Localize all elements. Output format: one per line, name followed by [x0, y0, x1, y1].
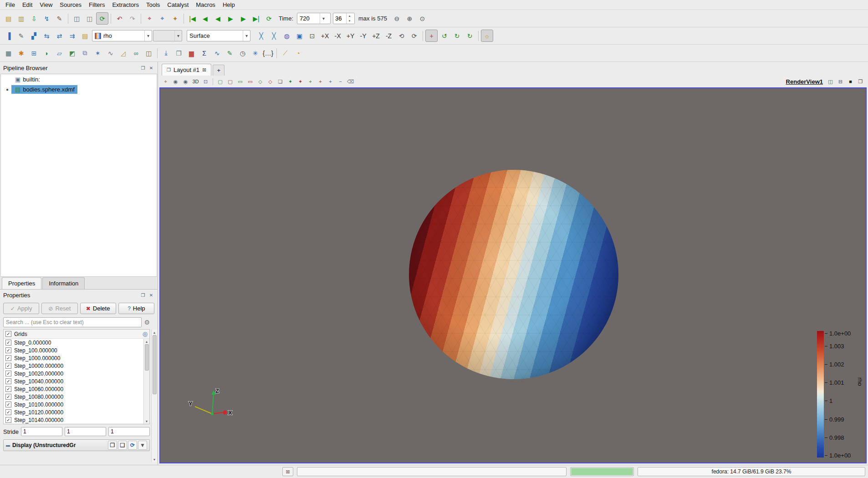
- stride-input[interactable]: [108, 427, 150, 436]
- grid-step-row[interactable]: ✓ Step_10120.000000: [4, 408, 143, 416]
- slice-filter-icon[interactable]: ▱: [53, 47, 66, 59]
- zoom-out-data-icon[interactable]: ⊖: [391, 12, 403, 25]
- grid-step-row[interactable]: ✓ Step_10140.000000: [4, 416, 143, 424]
- render-viewport[interactable]: Z Y X 1.0e+00 1.003: [159, 87, 867, 463]
- visibility-toggle-icon[interactable]: ●: [3, 87, 11, 92]
- stride-input[interactable]: [21, 427, 62, 436]
- hover-points-icon[interactable]: +: [316, 77, 325, 86]
- reverse-play-button[interactable]: ◀: [199, 12, 211, 25]
- step-checkbox[interactable]: ✓: [5, 371, 11, 376]
- grow-selection-icon[interactable]: +: [326, 77, 335, 86]
- grid-step-row[interactable]: ✓ Step_10080.000000: [4, 393, 143, 401]
- step-checkbox[interactable]: ✓: [5, 409, 11, 415]
- abort-progress-button[interactable]: ⊠: [282, 467, 293, 476]
- set-view-plus-y-icon[interactable]: +Y: [344, 30, 357, 42]
- step-checkbox[interactable]: ✓: [5, 340, 11, 346]
- copy-display-icon[interactable]: ❐: [108, 441, 117, 450]
- chevron-down-icon[interactable]: ▾: [174, 31, 182, 41]
- export-data-icon[interactable]: ⇩: [28, 12, 40, 25]
- rescale-to-visible-range-icon[interactable]: ⇉: [66, 30, 78, 42]
- rotate-90-ccw-icon[interactable]: ⟲: [395, 30, 408, 42]
- reload-display-icon[interactable]: ⟳: [128, 441, 137, 450]
- toggle-2d3d-icon[interactable]: 3D: [191, 77, 200, 86]
- save-display-defaults-icon[interactable]: ▼: [138, 441, 147, 450]
- plot-selection-over-time-icon[interactable]: ✎: [224, 47, 236, 59]
- set-view-minus-y-icon[interactable]: -Y: [357, 30, 369, 42]
- menu-item[interactable]: Tools: [143, 0, 163, 9]
- capture-screenshot-view-icon[interactable]: ◉: [171, 77, 180, 86]
- toggle-color-legend-icon[interactable]: ▐: [2, 30, 15, 42]
- menu-item[interactable]: Macros: [192, 0, 219, 9]
- zoom-to-box-view-icon[interactable]: ⊡: [201, 77, 210, 86]
- rescale-to-data-range-icon[interactable]: ⇆: [41, 30, 53, 42]
- close-properties-icon[interactable]: ✕: [148, 293, 154, 298]
- component-combo[interactable]: ▾: [153, 30, 182, 41]
- use-separate-color-map-icon[interactable]: ▞: [28, 30, 40, 42]
- properties-scrollbar[interactable]: ▲ ▼: [151, 330, 157, 462]
- open-file-icon[interactable]: ▤: [2, 12, 15, 25]
- target-icon[interactable]: ◎: [143, 331, 148, 337]
- grid-step-row[interactable]: ✓ Step_10020.000000: [4, 370, 143, 377]
- calculator-filter-icon[interactable]: ✱: [15, 47, 27, 59]
- grid-step-row[interactable]: ✓ Step_100.000000: [4, 346, 143, 354]
- tab-properties[interactable]: Properties: [2, 277, 41, 289]
- edit-color-map-main-icon[interactable]: ✎: [53, 12, 66, 25]
- color-array-combo[interactable]: rho ▾: [92, 30, 152, 41]
- plot-over-line-icon[interactable]: ∿: [211, 47, 223, 59]
- extract-subset-filter-icon[interactable]: ⧉: [79, 47, 91, 59]
- headlight-icon[interactable]: ☼: [481, 30, 493, 42]
- chevron-down-icon[interactable]: ▾: [144, 31, 152, 41]
- zoom-in-data-icon[interactable]: ⊕: [403, 12, 416, 25]
- set-view-minus-x-icon[interactable]: -X: [332, 30, 344, 42]
- tab-information[interactable]: Information: [42, 277, 85, 289]
- temporal-statistics-icon[interactable]: ✳: [249, 47, 261, 59]
- first-frame-button[interactable]: |◀: [186, 12, 199, 25]
- edit-color-map-icon[interactable]: ✎: [15, 30, 27, 42]
- grid-step-row[interactable]: ✓ Step_0.000000: [4, 339, 143, 346]
- scroll-up-icon[interactable]: ▲: [145, 339, 148, 344]
- select-block-icon[interactable]: ❏: [276, 77, 285, 86]
- set-view-plus-x-icon[interactable]: +X: [319, 30, 331, 42]
- menu-item[interactable]: Help: [219, 0, 239, 9]
- scroll-down-icon[interactable]: ▼: [145, 418, 148, 424]
- connect-server-icon[interactable]: ◫: [71, 12, 83, 25]
- menu-item[interactable]: Filters: [85, 0, 108, 9]
- step-checkbox[interactable]: ✓: [5, 402, 11, 407]
- grid-step-row[interactable]: ✓ Step_10040.000000: [4, 377, 143, 385]
- loop-button[interactable]: ⟳: [263, 12, 275, 25]
- grid-step-row[interactable]: ✓ Step_1000.000000: [4, 354, 143, 362]
- rotate-camera-ccw-icon[interactable]: ↺: [438, 30, 450, 42]
- play-button[interactable]: ▶: [225, 12, 237, 25]
- reset-camera-icon[interactable]: ╳: [255, 30, 267, 42]
- contour-filter-icon[interactable]: ⊞: [28, 47, 40, 59]
- search-input[interactable]: [3, 317, 142, 327]
- menu-item[interactable]: Sources: [56, 0, 85, 9]
- split-horizontal-icon[interactable]: ◫: [826, 77, 835, 86]
- clip-filter-icon[interactable]: ◗: [41, 47, 53, 59]
- plot-data-over-time-icon[interactable]: ◷: [236, 47, 249, 59]
- last-frame-button[interactable]: ▶|: [250, 12, 262, 25]
- step-checkbox[interactable]: ✓: [5, 355, 11, 361]
- group-datasets-filter-icon[interactable]: ∞: [130, 47, 142, 59]
- reset-camera-roll-icon[interactable]: ↻: [464, 30, 476, 42]
- choose-color-preset-icon[interactable]: ▤: [79, 30, 91, 42]
- spin-up-icon[interactable]: ▴: [347, 13, 352, 19]
- camera-redo-icon[interactable]: ⌖: [156, 12, 168, 25]
- delete-button[interactable]: ✖ Delete: [80, 303, 116, 314]
- zoom-to-data-icon[interactable]: ◍: [281, 30, 293, 42]
- grid-step-row[interactable]: ✓ Step_10000.000000: [4, 362, 143, 370]
- select-points-frustum-icon[interactable]: ▭: [245, 77, 255, 86]
- time-input[interactable]: [300, 15, 320, 22]
- select-points-rect-icon[interactable]: ▢: [225, 77, 235, 86]
- step-checkbox[interactable]: ✓: [5, 394, 11, 400]
- split-vertical-icon[interactable]: ⊟: [836, 77, 845, 86]
- capture-screenshot-icon[interactable]: ⊙: [416, 12, 429, 25]
- apply-button[interactable]: ✓ Apply: [3, 303, 39, 314]
- ruler-icon[interactable]: ⟋: [279, 47, 291, 59]
- paste-display-icon[interactable]: ❏: [118, 441, 127, 450]
- pipeline-item-builtin[interactable]: ▣ builtin:: [1, 74, 157, 84]
- step-checkbox[interactable]: ✓: [5, 386, 11, 392]
- warp-by-vector-filter-icon[interactable]: ◿: [117, 47, 129, 59]
- chevron-down-icon[interactable]: ▾: [243, 31, 250, 41]
- menu-item[interactable]: File: [2, 0, 19, 9]
